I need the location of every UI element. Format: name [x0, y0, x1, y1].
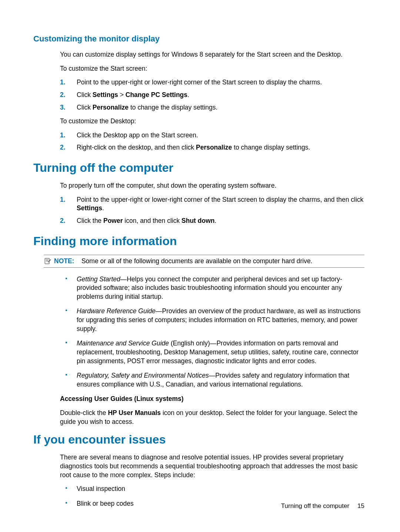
section3-p2: Double-click the HP User Manuals icon on…: [60, 409, 364, 426]
step-text: >: [118, 91, 126, 98]
section3-body: Getting Started—Helps you connect the co…: [60, 275, 364, 426]
step-number: 2.: [60, 217, 66, 225]
list-item: 2. Click the Power icon, and then click …: [60, 217, 364, 225]
note-label: NOTE:: [54, 257, 74, 265]
list-item: 2. Click Settings > Change PC Settings.: [60, 91, 364, 100]
step-text: to change display settings.: [232, 144, 310, 151]
p-text: Double-click the: [60, 409, 108, 416]
section4-p1: There are several means to diagnose and …: [60, 453, 364, 479]
bullet-title: Hardware Reference Guide: [77, 307, 156, 315]
list-item: Maintenance and Service Guide (English o…: [60, 339, 364, 365]
page: Customizing the monitor display You can …: [0, 0, 400, 532]
list-item: 2. Right-click on the desktop, and then …: [60, 143, 364, 152]
p-bold: HP User Manuals: [108, 409, 161, 416]
section1-p2: To customize the Start screen:: [60, 64, 364, 73]
section1-body: You can customize display settings for W…: [60, 50, 364, 152]
page-number: 15: [357, 502, 364, 509]
heading-customizing-monitor: Customizing the monitor display: [33, 34, 364, 44]
bullet-title: Getting Started: [77, 275, 120, 283]
step-bold: Settings: [77, 204, 102, 212]
bullet-text: Blink or beep codes: [77, 500, 134, 507]
step-bold: Settings: [93, 91, 118, 98]
step-text: Click: [77, 91, 93, 98]
list-item: 1. Point to the upper-right or lower-rig…: [60, 78, 364, 87]
step-bold: Personalize: [196, 144, 232, 151]
note-icon: [44, 257, 51, 265]
step-text: .: [215, 217, 217, 224]
heading-finding-more-info: Finding more information: [33, 234, 364, 248]
step-text: Click the Desktop app on the Start scree…: [77, 131, 198, 139]
bullet-title: Regulatory, Safety and Environmental Not…: [77, 372, 209, 379]
step-text: .: [187, 91, 189, 98]
list-item: 3. Click Personalize to change the displ…: [60, 103, 364, 112]
step-text: icon, and then click: [123, 217, 182, 224]
step-text: Point to the upper-right or lower-right …: [77, 78, 322, 86]
note-text: Some or all of the following documents a…: [81, 257, 313, 265]
section1-p3: To customize the Desktop:: [60, 117, 364, 126]
step-number: 1.: [60, 131, 66, 140]
list-item: Visual inspection: [60, 485, 364, 493]
page-footer: Turning off the computer15: [281, 502, 364, 510]
list-item: Hardware Reference Guide—Provides an ove…: [60, 307, 364, 333]
section1-p1: You can customize display settings for W…: [60, 50, 364, 59]
step-text: Right-click on the desktop, and then cli…: [77, 144, 196, 151]
section3-wrapper: NOTE: Some or all of the following docum…: [44, 255, 364, 268]
section4-body: There are several means to diagnose and …: [60, 453, 364, 508]
heading-turning-off: Turning off the computer: [33, 161, 364, 175]
section2-body: To properly turn off the computer, shut …: [60, 181, 364, 225]
step-bold: Change PC Settings: [126, 91, 187, 98]
bullet-text: Visual inspection: [77, 485, 125, 492]
step-number: 1.: [60, 195, 66, 204]
section3-subheading: Accessing User Guides (Linux systems): [60, 395, 364, 404]
step-text: to change the display settings.: [129, 104, 217, 111]
step-text: .: [102, 204, 104, 212]
section1-steps1: 1. Point to the upper-right or lower-rig…: [60, 78, 364, 112]
step-number: 3.: [60, 103, 66, 112]
list-item: 1. Point to the upper-right or lower-rig…: [60, 195, 364, 213]
step-number: 2.: [60, 143, 66, 152]
list-item: Getting Started—Helps you connect the co…: [60, 275, 364, 301]
step-bold: Shut down: [181, 217, 214, 224]
note-content: NOTE: Some or all of the following docum…: [54, 257, 312, 265]
step-bold: Personalize: [93, 104, 129, 111]
section2-p1: To properly turn off the computer, shut …: [60, 181, 364, 190]
step-text: Click the: [77, 217, 103, 224]
bullet-after-title: (English only): [169, 339, 210, 347]
heading-if-issues: If you encounter issues: [33, 433, 364, 446]
section3-bullets: Getting Started—Helps you connect the co…: [60, 275, 364, 389]
step-bold: Power: [103, 217, 123, 224]
step-number: 2.: [60, 91, 66, 100]
note-box: NOTE: Some or all of the following docum…: [44, 255, 364, 268]
svg-rect-0: [45, 258, 49, 264]
list-item: Regulatory, Safety and Environmental Not…: [60, 371, 364, 389]
list-item: 1. Click the Desktop app on the Start sc…: [60, 131, 364, 140]
step-text: Point to the upper-right or lower-right …: [77, 196, 363, 203]
section1-steps2: 1. Click the Desktop app on the Start sc…: [60, 131, 364, 152]
footer-text: Turning off the computer: [281, 502, 349, 509]
section2-steps: 1. Point to the upper-right or lower-rig…: [60, 195, 364, 225]
step-text: Click: [77, 104, 93, 111]
bullet-title: Maintenance and Service Guide: [77, 339, 169, 347]
step-number: 1.: [60, 78, 66, 87]
